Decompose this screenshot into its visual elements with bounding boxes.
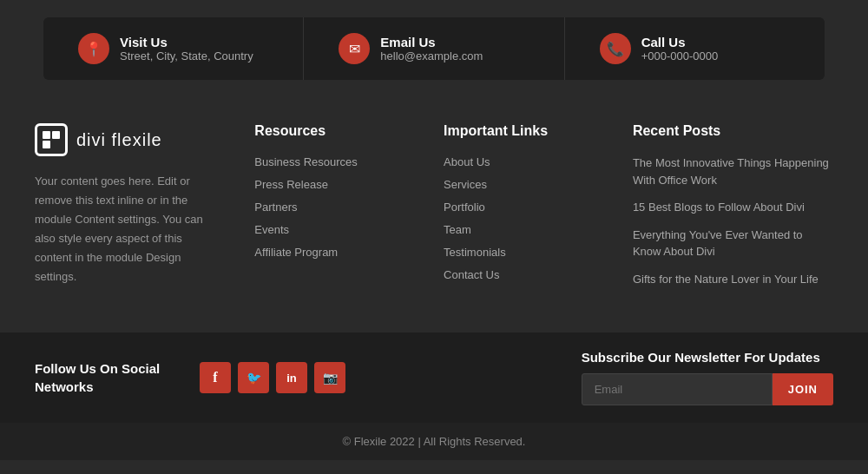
- footer-bottom-bar: Follow Us On Social Networks f 🐦 in 📷 Su…: [0, 332, 868, 423]
- email-sub: hello@example.com: [380, 49, 483, 63]
- testimonials-link[interactable]: Testimonials: [444, 246, 506, 259]
- call-us-item: 📞 Call Us +000-000-0000: [565, 17, 825, 80]
- facebook-icon[interactable]: f: [200, 362, 231, 393]
- copyright-text: © Flexile 2022 | All Rights Reserved.: [343, 435, 526, 448]
- logo-icon: [35, 123, 68, 156]
- social-label: Follow Us On Social Networks: [35, 359, 174, 396]
- contact-us-link[interactable]: Contact Us: [444, 268, 499, 281]
- important-links-column: Important Links About Us Services Portfo…: [444, 123, 598, 298]
- resources-column: Resources Business Resources Press Relea…: [254, 123, 409, 298]
- list-item: Services: [444, 177, 598, 191]
- post-item: The Most Innovative Things Happening Wit…: [633, 155, 833, 188]
- visit-icon: 📍: [78, 33, 109, 64]
- list-item: Testimonials: [444, 245, 598, 259]
- copyright-bar: © Flexile 2022 | All Rights Reserved.: [0, 423, 868, 460]
- brand-description: Your content goes here. Edit or remove t…: [35, 172, 220, 287]
- list-item: Affiliate Program: [254, 245, 409, 259]
- post-item: Gifts for the Nature Lover in Your Life: [633, 271, 833, 288]
- newsletter-section: Subscribe Our Newsletter For Updates JOI…: [582, 350, 833, 405]
- recent-posts-column: Recent Posts The Most Innovative Things …: [633, 123, 833, 298]
- twitter-icon[interactable]: 🐦: [238, 362, 269, 393]
- recent-posts-heading: Recent Posts: [633, 123, 833, 139]
- list-item: Press Release: [254, 177, 409, 191]
- list-item: Partners: [254, 200, 409, 214]
- post-link-1[interactable]: The Most Innovative Things Happening Wit…: [633, 155, 833, 188]
- partners-link[interactable]: Partners: [254, 201, 297, 214]
- post-link-2[interactable]: 15 Best Blogs to Follow About Divi: [633, 199, 833, 216]
- resources-list: Business Resources Press Release Partner…: [254, 155, 409, 259]
- instagram-icon[interactable]: 📷: [314, 362, 345, 393]
- newsletter-form: JOIN: [582, 373, 833, 405]
- footer-brand: divi flexile Your content goes here. Edi…: [35, 123, 220, 298]
- social-section: Follow Us On Social Networks f 🐦 in 📷: [35, 359, 345, 396]
- visit-us-item: 📍 Visit Us Street, City, State, Country: [43, 17, 304, 80]
- social-icons: f 🐦 in 📷: [200, 362, 345, 393]
- newsletter-label: Subscribe Our Newsletter For Updates: [582, 350, 820, 365]
- important-links-list: About Us Services Portfolio Team Testimo…: [444, 155, 598, 281]
- services-link[interactable]: Services: [444, 178, 487, 191]
- call-label: Call Us: [641, 35, 719, 49]
- business-resources-link[interactable]: Business Resources: [254, 155, 358, 168]
- brand-logo: divi flexile: [35, 123, 220, 156]
- list-item: Contact Us: [444, 267, 598, 281]
- important-links-heading: Important Links: [444, 123, 598, 139]
- footer-main: divi flexile Your content goes here. Edi…: [17, 97, 851, 332]
- email-icon: ✉: [339, 33, 370, 64]
- events-link[interactable]: Events: [254, 223, 289, 236]
- contact-bar: 📍 Visit Us Street, City, State, Country …: [43, 17, 825, 80]
- email-label: Email Us: [380, 35, 483, 49]
- list-item: Team: [444, 222, 598, 236]
- portfolio-link[interactable]: Portfolio: [444, 201, 485, 214]
- newsletter-join-button[interactable]: JOIN: [773, 373, 833, 405]
- svg-rect-1: [52, 131, 60, 139]
- team-link[interactable]: Team: [444, 223, 471, 236]
- email-us-item: ✉ Email Us hello@example.com: [304, 17, 564, 80]
- post-link-3[interactable]: Everything You've Ever Wanted to Know Ab…: [633, 227, 833, 260]
- affiliate-program-link[interactable]: Affiliate Program: [254, 246, 338, 259]
- list-item: Portfolio: [444, 200, 598, 214]
- press-release-link[interactable]: Press Release: [254, 178, 328, 191]
- linkedin-icon[interactable]: in: [276, 362, 307, 393]
- resources-heading: Resources: [254, 123, 409, 139]
- post-item: 15 Best Blogs to Follow About Divi: [633, 199, 833, 216]
- svg-rect-0: [43, 131, 50, 139]
- about-us-link[interactable]: About Us: [444, 155, 490, 168]
- visit-sub: Street, City, State, Country: [120, 49, 253, 63]
- call-icon: 📞: [600, 33, 631, 64]
- brand-name: divi flexile: [76, 130, 162, 150]
- post-link-4[interactable]: Gifts for the Nature Lover in Your Life: [633, 271, 833, 288]
- newsletter-email-input[interactable]: [582, 373, 773, 405]
- list-item: Business Resources: [254, 155, 409, 168]
- call-sub: +000-000-0000: [641, 49, 719, 63]
- list-item: About Us: [444, 155, 598, 168]
- post-item: Everything You've Ever Wanted to Know Ab…: [633, 227, 833, 260]
- visit-label: Visit Us: [120, 35, 253, 49]
- svg-rect-2: [43, 141, 50, 148]
- list-item: Events: [254, 222, 409, 236]
